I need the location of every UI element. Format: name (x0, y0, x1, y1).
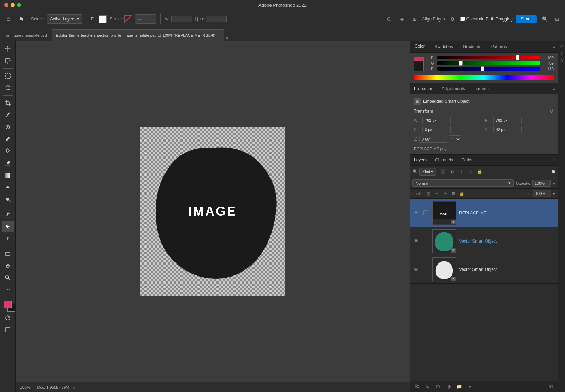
bg-color-preview[interactable] (414, 61, 424, 71)
tab-properties[interactable]: Properties (410, 83, 438, 94)
doc-info-expand[interactable]: › (73, 385, 75, 390)
layer-item-1[interactable]: 👁 ⊞ Vector Smart Object (410, 227, 558, 255)
transform-w-input[interactable] (422, 117, 451, 124)
add-mask-icon[interactable]: ◻ (434, 382, 442, 391)
props-panel-more[interactable]: ≡ (550, 83, 558, 94)
brush-tool[interactable] (2, 133, 14, 145)
transform-y-input[interactable] (493, 126, 522, 133)
transform-h-input[interactable] (493, 117, 522, 124)
r-track[interactable] (437, 56, 540, 59)
clone-tool[interactable] (2, 145, 14, 157)
constrain-checkbox[interactable] (460, 17, 465, 21)
add-style-icon[interactable]: fx (423, 382, 432, 391)
side-icon-1[interactable]: A (559, 42, 565, 48)
lock-artboard-icon[interactable]: ⊞ (450, 190, 457, 197)
dodge-tool[interactable] (2, 194, 14, 205)
stroke-swatch[interactable] (124, 15, 132, 23)
healing-tool[interactable] (2, 121, 14, 133)
gradient-tool[interactable] (2, 170, 14, 181)
r-thumb[interactable] (516, 55, 519, 60)
transform-icon-button[interactable]: ⬡ (384, 14, 394, 24)
lock-all-icon[interactable]: 🔒 (458, 190, 465, 197)
extras-tool[interactable]: ··· (2, 284, 14, 295)
side-icon-3[interactable]: A (559, 58, 565, 64)
tab-layers[interactable]: Layers (410, 155, 431, 165)
quick-mask-tool[interactable] (2, 312, 14, 323)
layers-panel-more[interactable]: ≡ (550, 155, 558, 165)
lock-transparent-icon[interactable]: ▦ (424, 190, 432, 197)
stroke-width-input[interactable] (135, 14, 156, 24)
angle-dropdown[interactable]: ° (449, 135, 461, 143)
share-button[interactable]: Share (516, 15, 537, 23)
tab-color[interactable]: Color (410, 41, 430, 52)
screen-mode-tool[interactable] (2, 324, 14, 335)
delete-layer-icon[interactable]: 🗑 (547, 382, 555, 391)
tab-gradients[interactable]: Gradients (458, 41, 486, 52)
tab-channels[interactable]: Channels (431, 155, 457, 165)
side-icon-2[interactable]: ¶ (559, 50, 565, 56)
rect-tool[interactable] (2, 248, 14, 259)
search-icon-button[interactable]: 🔍 (540, 14, 549, 24)
g-track[interactable] (437, 61, 540, 65)
zoom-tool[interactable] (2, 272, 14, 283)
align-button[interactable]: ⊞ (410, 14, 420, 24)
blend-mode-dropdown[interactable]: Normal ▾ (412, 179, 514, 187)
filter-kind-dropdown[interactable]: Kind ▾ (419, 168, 436, 176)
pen-tool[interactable] (2, 209, 14, 220)
tab-libraries[interactable]: Libraries (469, 83, 494, 94)
filter-adjust-icon[interactable]: ◐ (448, 168, 456, 176)
add-adjustment-icon[interactable]: ◑ (444, 382, 453, 391)
hand-tool[interactable] (2, 260, 14, 271)
minimize-button[interactable] (11, 3, 15, 7)
layer-vis-0[interactable]: 👁 (412, 209, 420, 216)
height-input[interactable] (206, 16, 227, 22)
layer-vis-1[interactable]: 👁 (412, 238, 420, 245)
eyedropper-tool[interactable] (2, 109, 14, 121)
g-thumb[interactable] (459, 61, 463, 66)
layer-item-2[interactable]: 👁 ⊞ Vector Smart Object (410, 255, 558, 284)
color-panel-more[interactable]: ≡ (550, 41, 558, 52)
selection-tool[interactable] (17, 13, 28, 25)
fill-swatch[interactable] (99, 15, 107, 23)
canvas-content[interactable]: IMAGE (16, 41, 410, 382)
tab-close-1[interactable]: × (218, 33, 220, 37)
tab-overflow[interactable]: » (226, 35, 228, 41)
tab-paths[interactable]: Paths (457, 155, 477, 165)
spectrum-bar[interactable] (414, 75, 554, 80)
warp-icon-button[interactable]: ◈ (397, 14, 407, 24)
opacity-input[interactable] (532, 180, 551, 187)
active-layers-dropdown[interactable]: Active Layers ▾ (47, 14, 82, 24)
constrain-path-check[interactable]: Constrain Path Dragging (460, 17, 513, 22)
tab-adjustments[interactable]: Adjustments (438, 83, 469, 94)
filter-pixel-icon[interactable]: ⬛ (439, 168, 447, 176)
home-button[interactable]: ⌂ (3, 13, 14, 25)
tab-patterns[interactable]: Patterns (486, 41, 512, 52)
lock-pixels-icon[interactable]: ✏ (433, 190, 440, 197)
vector-smart-object-link-1[interactable]: Vector Smart Object (459, 239, 497, 244)
marquee-tool[interactable] (2, 70, 14, 82)
filter-shape-icon[interactable]: ⬡ (466, 168, 474, 176)
new-layer-icon[interactable]: + (465, 382, 474, 391)
opacity-arrow-icon[interactable]: ▾ (553, 180, 555, 186)
smudge-tool[interactable] (2, 182, 14, 193)
eraser-tool[interactable] (2, 158, 14, 169)
link-wh-icon[interactable]: ⛓ (194, 16, 199, 22)
path-selection-tool[interactable] (2, 221, 14, 232)
layer-item-0[interactable]: 👁 IMAGE ⊞ REPLACE-ME (410, 199, 558, 227)
b-track[interactable] (437, 67, 540, 71)
move-tool[interactable] (2, 43, 14, 54)
new-group-icon[interactable]: 📁 (455, 382, 463, 391)
type-tool[interactable]: T (2, 233, 14, 244)
maximize-button[interactable] (17, 3, 21, 7)
lasso-tool[interactable] (2, 82, 14, 94)
b-thumb[interactable] (481, 66, 484, 71)
layer-vis-2[interactable]: 👁 (412, 266, 420, 273)
tab-1[interactable]: Edutor-theme-teachers-section-profile-im… (52, 29, 224, 41)
crop-tool[interactable] (2, 97, 14, 109)
filter-smart-icon[interactable]: 🔒 (476, 168, 483, 176)
fill-input[interactable] (533, 190, 551, 197)
tab-swatches[interactable]: Swatches (430, 41, 458, 52)
close-button[interactable] (4, 3, 8, 7)
fill-arrow-icon[interactable]: ▾ (553, 191, 555, 196)
transform-x-input[interactable] (422, 126, 451, 133)
